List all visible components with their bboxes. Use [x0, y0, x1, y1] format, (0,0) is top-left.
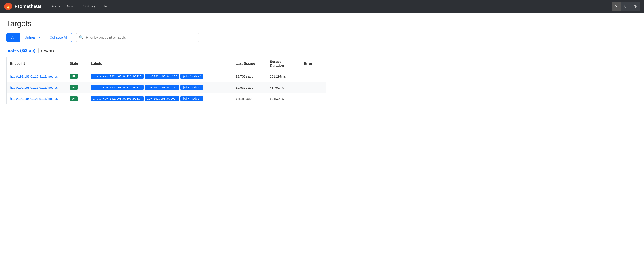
last-scrape-cell: 10.539s ago — [232, 82, 266, 93]
label-tag: job="nodes" — [180, 96, 203, 101]
col-header-state: State — [66, 57, 88, 71]
error-cell — [301, 71, 326, 82]
scrape-duration-cell: 62.530ms — [266, 93, 301, 104]
label-tag: instance="192.168.0.110:9111" — [91, 74, 144, 79]
prometheus-logo-icon: 🔥 — [4, 2, 12, 10]
navbar-brand: 🔥 Prometheus — [4, 2, 42, 10]
filter-all-button[interactable]: All — [6, 33, 20, 42]
nav-help[interactable]: Help — [99, 3, 113, 10]
table-row: http://192.168.0.110:9111/metricsUPinsta… — [6, 71, 326, 82]
auto-theme-button[interactable]: ◑ — [630, 2, 640, 11]
nav-alerts[interactable]: Alerts — [48, 3, 64, 10]
labels-container: instance="192.168.0.109:9111"ip="192.168… — [91, 96, 229, 101]
table-row: http://192.168.0.111:9111/metricsUPinsta… — [6, 82, 326, 93]
nodes-section: nodes (3/3 up) show less Endpoint State … — [6, 48, 326, 104]
table-header: Endpoint State Labels Last Scrape Scrape… — [6, 57, 326, 71]
endpoint-link[interactable]: http://192.168.0.111:9111/metrics — [10, 86, 58, 89]
label-tag: instance="192.168.0.109:9111" — [91, 96, 144, 101]
label-tag: ip="192.168.0.110" — [145, 74, 179, 79]
error-cell — [301, 82, 326, 93]
theme-controls: ☀ ☾ ◑ — [612, 2, 640, 11]
col-header-scrape-duration: ScrapeDuration — [266, 57, 301, 71]
scrape-duration-cell: 261.297ms — [266, 71, 301, 82]
section-header: nodes (3/3 up) show less — [6, 48, 326, 53]
table-row: http://192.168.0.109:9111/metricsUPinsta… — [6, 93, 326, 104]
navbar-nav: Alerts Graph Status ▾ Help — [48, 3, 612, 10]
last-scrape-cell: 13.702s ago — [232, 71, 266, 82]
label-tag: instance="192.168.0.111:9111" — [91, 85, 144, 90]
status-badge: UP — [70, 74, 78, 79]
last-scrape-cell: 7.515s ago — [232, 93, 266, 104]
col-header-last-scrape: Last Scrape — [232, 57, 266, 71]
label-tag: ip="192.168.0.111" — [145, 85, 179, 90]
search-box: 🔍 — [76, 33, 200, 42]
search-icon: 🔍 — [79, 35, 84, 40]
page-content: Targets All Unhealthy Collapse All 🔍 nod… — [0, 13, 333, 111]
table-body: http://192.168.0.110:9111/metricsUPinsta… — [6, 71, 326, 104]
error-cell — [301, 93, 326, 104]
chevron-down-icon: ▾ — [94, 4, 96, 8]
state-cell: UP — [66, 71, 88, 82]
endpoint-link[interactable]: http://192.168.0.109:9111/metrics — [10, 97, 58, 100]
endpoint-cell: http://192.168.0.111:9111/metrics — [6, 82, 66, 93]
filter-unhealthy-button[interactable]: Unhealthy — [20, 33, 45, 42]
search-input[interactable] — [86, 35, 196, 39]
col-header-labels: Labels — [88, 57, 232, 71]
filter-collapse-all-button[interactable]: Collapse All — [45, 33, 72, 42]
label-tag: ip="192.168.0.109" — [145, 96, 179, 101]
page-title: Targets — [6, 19, 326, 28]
label-tag: job="nodes" — [180, 74, 203, 79]
labels-cell: instance="192.168.0.110:9111"ip="192.168… — [88, 71, 232, 82]
endpoint-cell: http://192.168.0.109:9111/metrics — [6, 93, 66, 104]
state-cell: UP — [66, 93, 88, 104]
navbar: 🔥 Prometheus Alerts Graph Status ▾ Help … — [0, 0, 644, 13]
state-cell: UP — [66, 82, 88, 93]
col-header-endpoint: Endpoint — [6, 57, 66, 71]
labels-cell: instance="192.168.0.111:9111"ip="192.168… — [88, 82, 232, 93]
nav-status[interactable]: Status ▾ — [80, 3, 99, 10]
col-header-error: Error — [301, 57, 326, 71]
labels-container: instance="192.168.0.111:9111"ip="192.168… — [91, 85, 229, 90]
dark-theme-button[interactable]: ☾ — [621, 2, 630, 11]
filter-bar: All Unhealthy Collapse All 🔍 — [6, 33, 326, 42]
show-less-button[interactable]: show less — [38, 48, 57, 53]
brand-name: Prometheus — [14, 4, 42, 9]
filter-button-group: All Unhealthy Collapse All — [6, 33, 72, 42]
status-badge: UP — [70, 96, 78, 101]
label-tag: job="nodes" — [180, 85, 203, 90]
section-title: nodes (3/3 up) — [6, 48, 36, 53]
nav-graph[interactable]: Graph — [64, 3, 80, 10]
status-badge: UP — [70, 85, 78, 90]
labels-cell: instance="192.168.0.109:9111"ip="192.168… — [88, 93, 232, 104]
labels-container: instance="192.168.0.110:9111"ip="192.168… — [91, 74, 229, 79]
endpoint-link[interactable]: http://192.168.0.110:9111/metrics — [10, 75, 58, 78]
targets-table: Endpoint State Labels Last Scrape Scrape… — [6, 57, 326, 104]
endpoint-cell: http://192.168.0.110:9111/metrics — [6, 71, 66, 82]
light-theme-button[interactable]: ☀ — [612, 2, 621, 11]
scrape-duration-cell: 48.752ms — [266, 82, 301, 93]
